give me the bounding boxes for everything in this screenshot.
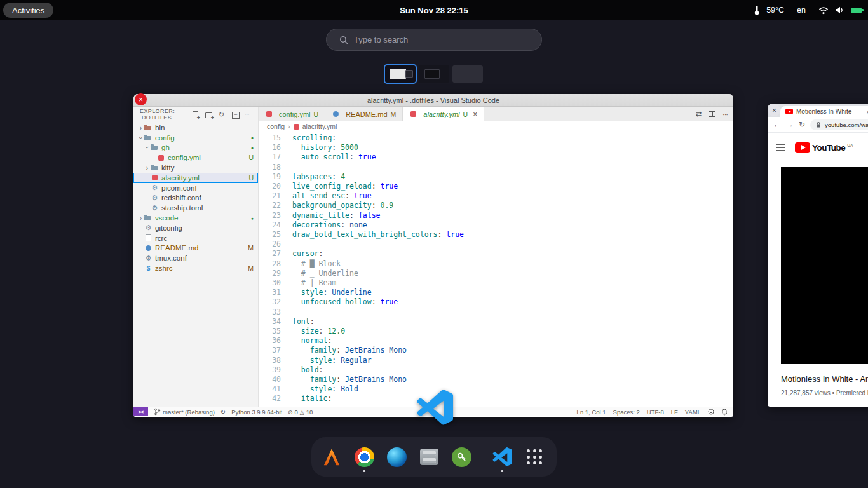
line-number: 24 (259, 220, 290, 230)
tree-item-README.md[interactable]: README.mdM (133, 243, 258, 254)
tree-item-vscode[interactable]: vscode● (133, 213, 258, 223)
dock-item-edge[interactable] (386, 446, 407, 468)
tree-item-alacritty.yml[interactable]: alacritty.ymlU (133, 173, 258, 183)
workspace-thumbnail-2[interactable] (419, 65, 449, 83)
tree-item-rcrc[interactable]: rcrc (133, 233, 258, 243)
code-editor[interactable]: 15scrolling:16 history: 500017 auto_scro… (259, 132, 733, 407)
tree-item-kitty[interactable]: kitty (133, 163, 258, 173)
youtube-header: YouTube UA (768, 133, 868, 162)
editor-more-actions-icon[interactable] (722, 111, 728, 118)
dock-item-files[interactable] (418, 446, 440, 468)
workspace-thumbnail-3[interactable] (452, 65, 483, 83)
cursor-position[interactable]: Ln 1, Col 1 (577, 409, 606, 416)
git-status-badge: ● (251, 146, 254, 150)
line-number: 26 (259, 240, 290, 249)
tree-item-starship.toml[interactable]: starship.toml (133, 203, 258, 213)
tab-README.md[interactable]: README.mdM (325, 107, 403, 121)
back-icon[interactable]: ← (773, 120, 781, 129)
dock-item-chrome[interactable] (353, 446, 375, 468)
python-interpreter[interactable]: Python 3.9.9 64-bit (231, 409, 282, 416)
problems-item[interactable]: 0 10 (288, 409, 313, 416)
yml-file-icon (265, 111, 273, 118)
new-folder-icon[interactable] (205, 111, 213, 119)
remote-indicator[interactable]: >< (133, 407, 148, 416)
tree-item-redshift.conf[interactable]: redshift.conf (133, 193, 258, 203)
address-bar[interactable]: youtube.com/wa (810, 119, 868, 130)
vscode-window[interactable]: alacritty.yml - .dotfiles - Visual Studi… (133, 94, 733, 417)
refresh-explorer-icon[interactable] (218, 111, 226, 119)
breadcrumb-folder[interactable]: config (267, 123, 285, 130)
workspace-thumbnail-1[interactable] (385, 65, 416, 83)
tree-item-gitconfig[interactable]: gitconfig (133, 223, 258, 233)
search-input[interactable] (354, 35, 535, 44)
notifications-bell-icon[interactable] (721, 409, 728, 416)
explorer-panel: EXPLORER: .DOTFILES binconfig●gh●config.… (133, 107, 259, 407)
tree-item-tmux.conf[interactable]: tmux.conf (133, 253, 258, 263)
system-menu[interactable] (818, 6, 862, 15)
show-applications-button[interactable] (524, 446, 545, 468)
gear-icon (151, 204, 159, 212)
code-line: 37 family: JetBrains Mono (259, 346, 733, 355)
chrome-window[interactable]: Motionless In White × ← → ↻ youtube.com/… (768, 104, 868, 407)
new-file-icon[interactable] (191, 111, 200, 119)
youtube-favicon (785, 109, 793, 114)
line-number: 22 (259, 201, 290, 210)
language-mode[interactable]: YAML (685, 409, 701, 416)
tree-item-zshrc[interactable]: zshrcM (133, 263, 258, 273)
dock-item-vscode[interactable] (491, 446, 513, 468)
hamburger-menu-icon[interactable] (776, 144, 785, 151)
twisty-icon (137, 134, 145, 141)
close-window-chrome-icon[interactable] (768, 104, 780, 116)
close-window-vscode-icon[interactable] (135, 93, 147, 105)
vscode-icon (492, 447, 512, 467)
git-status-badge: U (248, 174, 254, 182)
tree-item-picom.conf[interactable]: picom.conf (133, 183, 258, 193)
tree-item-config[interactable]: config● (133, 133, 258, 143)
folder-icon (151, 144, 159, 151)
tab-config.yml[interactable]: config.ymlU (259, 107, 325, 121)
code-line: 39 bold: (259, 365, 733, 375)
sync-icon[interactable] (220, 409, 226, 416)
youtube-logo[interactable]: YouTube UA (795, 142, 853, 153)
dock-item-alacritty[interactable] (321, 446, 342, 468)
chevron-right-icon: › (288, 123, 290, 130)
padlock-icon (815, 121, 822, 128)
split-editor-icon[interactable] (709, 111, 715, 117)
feedback-icon[interactable] (708, 409, 714, 415)
git-status-badge: U (463, 111, 468, 118)
code-line: 21alt_send_esc: true (259, 191, 733, 201)
temperature-indicator[interactable]: 59°C (754, 5, 784, 15)
apps-grid-icon (527, 449, 542, 464)
file-tree: binconfig●gh●config.ymlUkittyalacritty.y… (133, 122, 258, 407)
close-tab-icon[interactable]: × (473, 110, 477, 119)
tree-item-gh[interactable]: gh● (133, 143, 258, 153)
activities-button[interactable]: Activities (3, 3, 53, 18)
errors-icon (288, 409, 293, 416)
chrome-tab[interactable]: Motionless In White × (780, 106, 868, 117)
tree-item-config.yml[interactable]: config.ymlU (133, 152, 258, 163)
keyboard-layout[interactable]: en (797, 6, 806, 15)
vscode-app-badge-icon (416, 390, 453, 426)
eol-type[interactable]: LF (671, 409, 678, 416)
explorer-more-actions-icon[interactable] (245, 111, 253, 119)
code-line: 38 style: Regular (259, 356, 733, 365)
dock-item-keepassxc[interactable] (451, 446, 472, 468)
breadcrumb-file[interactable]: alacritty.yml (302, 123, 337, 130)
overview-search[interactable] (326, 29, 542, 51)
tab-alacritty.yml[interactable]: alacritty.ymlU× (403, 107, 484, 121)
git-branch-item[interactable]: master* (Rebasing) (154, 408, 215, 416)
search-icon (339, 36, 348, 44)
indentation[interactable]: Spaces: 2 (613, 409, 640, 416)
breadcrumb[interactable]: config › alacritty.yml (259, 121, 733, 132)
collapse-folders-icon[interactable] (231, 111, 240, 119)
forward-icon[interactable]: → (786, 120, 794, 129)
encoding[interactable]: UTF-8 (647, 409, 664, 416)
toggle-editor-icon[interactable] (696, 110, 702, 118)
wifi-icon (818, 6, 829, 15)
reload-icon[interactable]: ↻ (799, 120, 805, 129)
clock[interactable]: Sun Nov 28 22:15 (400, 0, 468, 20)
video-player[interactable] (781, 167, 868, 364)
tree-item-bin[interactable]: bin (133, 123, 258, 133)
code-line: 20live_config_reload: true (259, 182, 733, 191)
mini-window (424, 69, 440, 79)
